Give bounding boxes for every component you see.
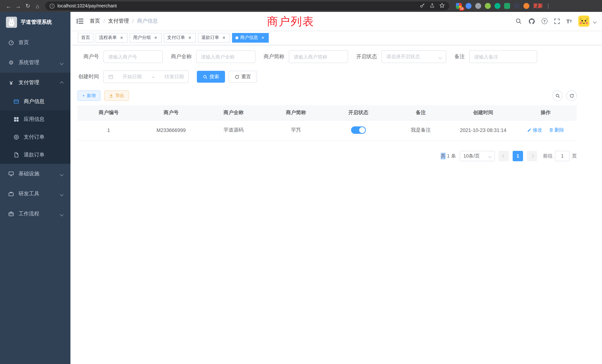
status-select[interactable]: 请选择开启状态 bbox=[381, 50, 446, 63]
app: 芋道管理系统 首页 ⚙ 系统管理 ¥ 支付管理 bbox=[0, 12, 602, 364]
page-jump-input[interactable] bbox=[555, 151, 570, 161]
sidebar-item-system[interactable]: ⚙ 系统管理 bbox=[0, 53, 70, 73]
site-info-icon[interactable]: i bbox=[50, 3, 54, 8]
avatar-caret-icon[interactable] bbox=[593, 18, 596, 24]
pagination: 共 1 条 10条/页 1 前往 页 bbox=[77, 151, 577, 161]
browser-menu-icon[interactable]: ⋮ bbox=[545, 3, 552, 9]
add-button[interactable]: + 新增 bbox=[77, 90, 100, 101]
sidebar-subitem-refund-order[interactable]: 退款订单 bbox=[0, 146, 70, 164]
sidebar-item-workflow[interactable]: 工作流程 bbox=[0, 204, 70, 224]
remark-input[interactable] bbox=[474, 54, 532, 60]
tab-user-group[interactable]: 用户分组 × bbox=[130, 33, 162, 43]
tab-process-form[interactable]: 流程表单 × bbox=[96, 33, 128, 43]
tab-refund-order[interactable]: 退款订单 × bbox=[198, 33, 230, 43]
chevron-down-icon bbox=[439, 54, 441, 60]
merchant-no-input[interactable] bbox=[108, 54, 158, 60]
key-icon[interactable] bbox=[420, 3, 425, 9]
breadcrumb-home[interactable]: 首页 bbox=[90, 18, 100, 24]
reset-button[interactable]: 重置 bbox=[229, 71, 257, 83]
extension-doc-icon[interactable] bbox=[504, 3, 510, 9]
extension-green-icon[interactable] bbox=[494, 3, 500, 9]
prev-page-button[interactable] bbox=[499, 151, 509, 161]
extension-blue-icon[interactable] bbox=[466, 3, 472, 9]
sidebar-subitem-pay-order[interactable]: 支付订单 bbox=[0, 128, 70, 146]
page-unit-label: 页 bbox=[572, 152, 577, 159]
sidebar-subitem-app-info[interactable]: 应用信息 bbox=[0, 110, 70, 128]
sidebar-subitem-merchant-info[interactable]: 商户信息 bbox=[0, 93, 70, 110]
date-end-placeholder[interactable]: 结束日期 bbox=[165, 73, 184, 80]
update-button[interactable]: 更新 bbox=[533, 3, 543, 9]
tab-label: 流程表单 bbox=[99, 34, 117, 41]
breadcrumb-payment[interactable]: 支付管理 bbox=[108, 18, 129, 24]
sidebar-subitem-label: 商户信息 bbox=[24, 98, 44, 105]
export-button[interactable]: 导出 bbox=[104, 90, 129, 101]
reload-icon[interactable]: ↻ bbox=[23, 1, 33, 11]
tab-active-dot bbox=[235, 36, 238, 39]
tab-pay-order[interactable]: 支付订单 × bbox=[164, 33, 196, 43]
sidebar-logo[interactable]: 芋道管理系统 bbox=[0, 12, 70, 33]
close-icon[interactable]: × bbox=[119, 35, 124, 40]
hamburger-icon[interactable] bbox=[76, 17, 84, 25]
tab-home[interactable]: 首页 bbox=[78, 33, 93, 43]
refresh-table-icon[interactable] bbox=[566, 90, 577, 101]
forward-icon[interactable]: → bbox=[13, 1, 23, 11]
delete-link[interactable]: 删除 bbox=[549, 127, 564, 133]
extension-gray-icon[interactable] bbox=[475, 3, 481, 9]
fullscreen-icon[interactable] bbox=[554, 18, 560, 24]
extension-avatar-icon[interactable] bbox=[485, 3, 491, 9]
page-size-select[interactable]: 10条/页 bbox=[460, 151, 495, 161]
refresh-icon bbox=[235, 74, 239, 79]
extension-dark-icon[interactable] bbox=[514, 3, 520, 9]
toggle-search-icon[interactable] bbox=[552, 90, 563, 101]
edit-link[interactable]: 修改 bbox=[527, 127, 542, 133]
font-size-large-glyph: T bbox=[566, 18, 570, 24]
close-icon[interactable]: × bbox=[153, 35, 158, 40]
sidebar-item-dev-tools[interactable]: 研发工具 bbox=[0, 184, 70, 204]
profile-avatar-icon[interactable] bbox=[523, 3, 529, 9]
sidebar-item-infrastructure[interactable]: 基础设施 bbox=[0, 164, 70, 184]
tab-label: 商户信息 bbox=[240, 34, 258, 41]
filter-short-name: 商户简称 bbox=[264, 50, 348, 63]
sidebar-subitem-label: 退款订单 bbox=[24, 152, 44, 158]
cell-full-name: 芋道源码 bbox=[202, 120, 265, 140]
close-icon[interactable]: × bbox=[221, 35, 226, 40]
total-suffix: 条 bbox=[451, 152, 456, 159]
close-icon[interactable]: × bbox=[260, 35, 265, 40]
cell-create-time: 2021-10-23 08:31:14 bbox=[452, 120, 515, 140]
github-icon[interactable] bbox=[528, 18, 535, 25]
chevron-down-icon bbox=[60, 191, 63, 197]
user-avatar[interactable] bbox=[578, 16, 589, 27]
chevron-down-icon bbox=[60, 171, 63, 177]
col-remark: 备注 bbox=[390, 105, 452, 120]
tab-merchant-info[interactable]: 商户信息 × bbox=[232, 33, 269, 43]
help-icon[interactable]: ? bbox=[541, 18, 547, 24]
filter-label: 商户全称 bbox=[171, 53, 192, 60]
url-text[interactable]: localhost:1024/pay/merchant bbox=[57, 3, 417, 9]
extension-badge: 10 bbox=[459, 7, 464, 11]
browser-chrome: ← → ↻ ⌂ i localhost:1024/pay/merchant 10 bbox=[0, 0, 602, 12]
page-number-1[interactable]: 1 bbox=[513, 151, 523, 161]
search-button[interactable]: 搜索 bbox=[197, 71, 225, 83]
sidebar-item-payment[interactable]: ¥ 支付管理 bbox=[0, 73, 70, 93]
status-toggle[interactable] bbox=[351, 126, 366, 134]
sidebar-item-label: 研发工具 bbox=[19, 191, 39, 197]
pagination-jumper: 前往 页 bbox=[543, 151, 577, 161]
address-bar[interactable]: i localhost:1024/pay/merchant bbox=[45, 1, 449, 10]
filter-row-1: 商户号 商户全称 商户简称 开启状态 请选择开启状态 bbox=[77, 50, 577, 63]
share-icon[interactable] bbox=[430, 3, 435, 9]
full-name-input[interactable] bbox=[201, 54, 251, 60]
date-range-picker[interactable]: 开始日期 - 结束日期 bbox=[103, 70, 189, 83]
back-icon[interactable]: ← bbox=[4, 1, 13, 11]
grid-icon bbox=[13, 116, 19, 122]
search-icon[interactable] bbox=[515, 18, 522, 24]
bookmark-star-icon[interactable] bbox=[439, 3, 445, 9]
sidebar-item-home[interactable]: 首页 bbox=[0, 33, 70, 53]
date-start-placeholder[interactable]: 开始日期 bbox=[122, 73, 142, 80]
close-icon[interactable]: × bbox=[187, 35, 192, 40]
extensions-icon[interactable]: 10 bbox=[456, 3, 462, 9]
next-page-button[interactable] bbox=[527, 151, 537, 161]
tags-view-bar: 首页 流程表单 × 用户分组 × 支付订单 × bbox=[70, 30, 602, 45]
font-size-icon[interactable]: TT bbox=[566, 18, 572, 24]
short-name-input[interactable] bbox=[294, 54, 343, 60]
home-icon[interactable]: ⌂ bbox=[33, 1, 42, 11]
